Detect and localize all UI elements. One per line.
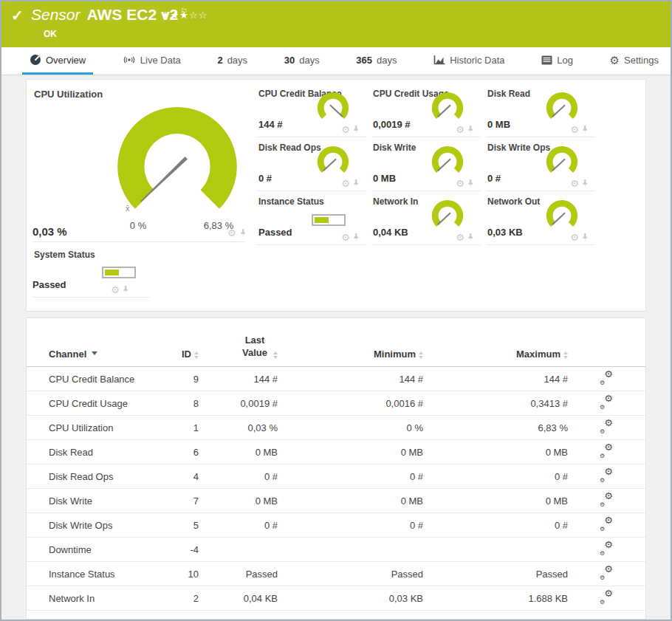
star-filled-icon[interactable]: ★ — [179, 10, 189, 21]
column-header-minimum[interactable]: Minimum — [374, 349, 423, 360]
tab-settings[interactable]: ⚙Settings — [603, 47, 666, 75]
gauge-tile-actions: ⚙ — [456, 125, 473, 134]
gauge-tile-value: 0,0019 # — [373, 119, 411, 130]
channel-name-cell[interactable]: Disk Write — [49, 495, 163, 507]
star-empty-icon[interactable]: ☆ — [189, 10, 199, 21]
table-row[interactable]: CPU Utilization10,03 %0 %6,83 %⚙⚙ — [27, 416, 645, 440]
edit-channel-icon[interactable]: ⚙⚙ — [600, 372, 613, 384]
star-filled-icon[interactable]: ★ — [161, 10, 171, 21]
gear-icon[interactable]: ⚙ — [456, 179, 464, 188]
edit-channel-icon[interactable]: ⚙⚙ — [600, 421, 613, 433]
table-row[interactable]: Disk Write Ops50 #0 #0 #⚙⚙ — [27, 513, 645, 538]
pin-icon[interactable] — [467, 179, 473, 188]
table-row[interactable]: Disk Read Ops40 #0 #0 #⚙⚙ — [27, 464, 645, 489]
gear-icon[interactable]: ⚙ — [456, 233, 464, 242]
pin-icon[interactable] — [239, 229, 246, 238]
gauge-tile-title: Instance Status — [258, 196, 324, 207]
gauge-tile[interactable]: CPU Credit Balance144 #⚙ — [257, 83, 366, 137]
table-row[interactable]: CPU Credit Usage80,0019 #0,0016 #0,3413 … — [27, 391, 645, 416]
edit-channel-icon[interactable]: ⚙⚙ — [600, 445, 613, 457]
table-row[interactable]: Disk Write70 MB0 MB0 MB⚙⚙ — [27, 489, 645, 513]
tab-number: 365 — [356, 55, 372, 66]
edit-channel-icon[interactable]: ⚙⚙ — [600, 470, 613, 481]
gear-icon[interactable]: ⚙ — [570, 125, 579, 134]
edit-channel-icon[interactable]: ⚙⚙ — [600, 397, 613, 408]
gauge-tile-value: 144 # — [258, 119, 283, 130]
channel-name-cell[interactable]: Network In — [49, 593, 163, 604]
pin-icon[interactable] — [122, 286, 128, 295]
maximum-cell: 0 MB — [546, 447, 568, 458]
tab-log[interactable]: Log — [534, 47, 580, 75]
channel-name-cell[interactable]: Disk Write Ops — [49, 520, 163, 531]
mini-gauge — [544, 145, 580, 179]
table-row[interactable]: Downtime-4⚙⚙ — [27, 538, 645, 562]
tab-historic-data[interactable]: Historic Data — [426, 47, 512, 75]
channel-name-cell[interactable]: Disk Read Ops — [49, 471, 163, 482]
tab-2-days[interactable]: 2days — [210, 47, 255, 75]
gear-icon[interactable]: ⚙ — [570, 179, 579, 188]
table-header: Channel ID Last Value Minimum Maximum — [27, 332, 645, 367]
edit-channel-icon[interactable]: ⚙⚙ — [600, 543, 613, 555]
mini-gauge — [315, 145, 352, 179]
pin-icon[interactable] — [581, 126, 588, 134]
gauge-tile[interactable]: Disk Write0 MB⚙ — [371, 137, 481, 191]
gear-icon[interactable]: ⚙ — [227, 228, 236, 238]
table-row[interactable]: Network In20,04 KB0,03 KB1.688 KB⚙⚙ — [27, 586, 645, 611]
column-header-last-value[interactable]: Last Value — [239, 334, 278, 360]
channel-name-cell[interactable]: CPU Utilization — [49, 422, 163, 433]
tab-live-data[interactable]: Live Data — [115, 47, 188, 75]
gauge-tile[interactable]: Instance StatusPassed⚙ — [257, 191, 366, 245]
edit-channel-icon[interactable]: ⚙⚙ — [600, 494, 613, 506]
pin-icon[interactable] — [352, 126, 359, 134]
minimum-cell: 0,03 KB — [389, 593, 423, 604]
edit-channel-icon[interactable]: ⚙⚙ — [600, 518, 613, 530]
minimum-cell: 0 # — [410, 520, 423, 531]
priority-stars[interactable]: ★★★☆☆ — [161, 10, 208, 21]
gauge-tile[interactable]: Network Out0,03 KB⚙ — [486, 191, 595, 245]
table-row[interactable]: CPU Credit Balance9144 #144 #144 #⚙⚙ — [27, 367, 645, 391]
star-filled-icon[interactable]: ★ — [171, 10, 180, 21]
tab-overview[interactable]: Overview — [22, 47, 93, 75]
last-value-cell: 0,0019 # — [240, 398, 278, 409]
edit-channel-icon[interactable]: ⚙⚙ — [600, 567, 613, 579]
tab-30-days[interactable]: 30days — [277, 47, 327, 75]
gauge-tile[interactable]: Disk Read0 MB⚙ — [486, 83, 595, 137]
star-empty-icon[interactable]: ☆ — [199, 10, 208, 21]
pin-icon[interactable] — [467, 126, 473, 134]
gear-icon[interactable]: ⚙ — [111, 285, 120, 295]
edit-channel-icon[interactable]: ⚙⚙ — [600, 591, 613, 603]
gauge-tile-system-status[interactable]: System Status Passed ⚙ — [32, 244, 149, 298]
gauge-tile-value: Passed — [258, 227, 292, 238]
table-row[interactable]: Disk Read60 MB0 MB0 MB⚙⚙ — [27, 440, 645, 464]
gear-icon[interactable]: ⚙ — [341, 125, 350, 134]
gauge-tile-actions: ⚙ — [341, 233, 359, 242]
channel-name-cell[interactable]: CPU Credit Balance — [49, 374, 163, 385]
tab-365-days[interactable]: 365days — [349, 47, 404, 75]
column-header-maximum[interactable]: Maximum — [516, 349, 568, 360]
column-header-id[interactable]: ID — [182, 349, 199, 360]
gauge-tile[interactable]: Disk Write Ops0 #⚙ — [486, 137, 595, 191]
gear-icon[interactable]: ⚙ — [341, 179, 350, 188]
table-row[interactable]: Instance Status10PassedPassedPassed⚙⚙ — [27, 562, 645, 586]
channel-name-cell[interactable]: CPU Credit Usage — [49, 398, 163, 409]
pin-icon[interactable] — [352, 179, 359, 188]
channel-name-cell[interactable]: Instance Status — [49, 569, 163, 580]
channel-name-cell[interactable]: Downtime — [49, 544, 163, 555]
gear-icon[interactable]: ⚙ — [341, 233, 350, 242]
edit-cell: ⚙⚙ — [600, 397, 613, 411]
pin-icon[interactable] — [581, 179, 588, 188]
pin-icon[interactable] — [581, 233, 588, 242]
gear-icon: ⚙ — [610, 55, 620, 66]
tab-label: days — [227, 55, 247, 66]
gauge-tile[interactable]: Network In0,04 KB⚙ — [371, 191, 481, 245]
gauge-tile[interactable]: Disk Read Ops0 #⚙ — [257, 137, 366, 191]
column-header-channel[interactable]: Channel — [49, 349, 163, 360]
gear-icon[interactable]: ⚙ — [570, 233, 579, 242]
channel-name-cell[interactable]: Disk Read — [49, 447, 163, 458]
gear-icon[interactable]: ⚙ — [456, 125, 464, 134]
channels-panel: Channel ID Last Value Minimum Maximum — [26, 318, 646, 620]
pin-icon[interactable] — [467, 233, 473, 242]
sensor-title-bar: ✓ SensorAWS EC2 v2⚐ ★★★☆☆ OK — [1, 1, 671, 47]
gauge-tile[interactable]: CPU Credit Usage0,0019 #⚙ — [371, 83, 481, 137]
pin-icon[interactable] — [352, 233, 359, 242]
